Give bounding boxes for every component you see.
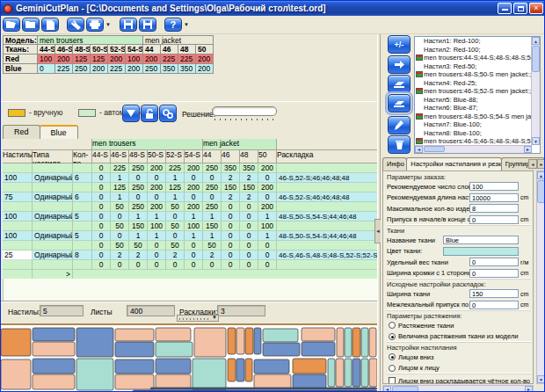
- marker-cell[interactable]: 48-S,50-S,54-S;44;46;48: [277, 212, 378, 221]
- spread-qty-cell[interactable]: 0: [111, 231, 129, 241]
- quantity-cell[interactable]: 125: [91, 54, 108, 64]
- spread-qty-cell[interactable]: 0: [92, 192, 111, 202]
- spread-qty-cell[interactable]: 1: [203, 231, 222, 241]
- fabric-tab-blue[interactable]: Blue: [40, 125, 78, 139]
- field-input[interactable]: 100: [469, 182, 519, 191]
- spread-view-button[interactable]: [388, 75, 411, 93]
- quantity-cell[interactable]: 225: [161, 54, 178, 64]
- spread-qty-cell[interactable]: 1: [166, 192, 185, 202]
- quantity-cell[interactable]: 200: [196, 64, 214, 74]
- move-down-button[interactable]: [122, 105, 140, 122]
- count-cell[interactable]: 6: [73, 173, 92, 183]
- spread-qty-cell[interactable]: 0: [148, 173, 166, 183]
- unlock-button[interactable]: [141, 105, 158, 122]
- print-button[interactable]: [86, 18, 104, 32]
- save-button[interactable]: [120, 18, 137, 32]
- spread-qty-cell[interactable]: 0: [148, 192, 166, 202]
- field-input[interactable]: 150: [469, 289, 519, 298]
- spread-qty-cell[interactable]: 0: [129, 192, 148, 202]
- marker-cell[interactable]: 46-S,52-S;46;46;48;48: [277, 192, 378, 202]
- spread-type-cell[interactable]: Одинарный >: [33, 192, 73, 202]
- spread-qty-cell[interactable]: 0: [129, 173, 148, 183]
- add-remove-button[interactable]: +/-: [388, 35, 411, 54]
- pattern-piece[interactable]: [361, 359, 368, 387]
- spread-qty-cell[interactable]: 1: [148, 231, 166, 241]
- marker-scroll-slider[interactable]: ▼: [177, 315, 219, 322]
- model-name-cell[interactable]: men jacket: [143, 35, 214, 45]
- pattern-piece[interactable]: [302, 342, 335, 356]
- fabric-name-cell[interactable]: Red: [3, 54, 38, 64]
- spread-qty-cell[interactable]: 0: [258, 173, 277, 183]
- checkbox[interactable]: [389, 377, 396, 384]
- scroll-up-icon[interactable]: ▲: [532, 37, 540, 45]
- spread-qty-cell[interactable]: 0: [92, 212, 111, 221]
- spread-qty-cell[interactable]: 0: [258, 250, 277, 260]
- spread-qty-cell[interactable]: 0: [166, 212, 185, 221]
- plies-cell[interactable]: 75: [3, 192, 33, 202]
- spread-qty-cell[interactable]: 1: [148, 212, 166, 221]
- plies-cell[interactable]: 100: [3, 231, 33, 241]
- pattern-piece[interactable]: [352, 359, 360, 387]
- scroll-right-icon[interactable]: ►: [524, 146, 532, 153]
- spread-qty-cell[interactable]: 1: [203, 212, 222, 221]
- spread-qty-cell[interactable]: 1: [129, 231, 148, 241]
- spread-qty-cell[interactable]: 0: [222, 250, 240, 260]
- radio-button[interactable]: [389, 353, 396, 360]
- pattern-piece[interactable]: [345, 328, 352, 357]
- spread-qty-cell[interactable]: 2: [111, 250, 129, 260]
- pattern-piece[interactable]: [33, 342, 75, 356]
- field-input[interactable]: 8: [469, 204, 519, 213]
- spread-list-item[interactable]: Настил1: Red-100;: [415, 37, 531, 46]
- field-input[interactable]: 0: [469, 258, 519, 266]
- quantity-cell[interactable]: 100: [38, 54, 55, 64]
- plies-cell[interactable]: 100: [3, 212, 33, 221]
- pattern-piece[interactable]: [33, 374, 75, 389]
- spread-qty-cell[interactable]: 2: [129, 250, 148, 260]
- quantity-cell[interactable]: 200: [91, 64, 108, 74]
- scroll-right-icon[interactable]: ►: [525, 386, 533, 392]
- delete-button[interactable]: [388, 135, 411, 154]
- pattern-piece[interactable]: [337, 328, 344, 357]
- spread-edit-button[interactable]: [388, 94, 411, 113]
- model-name-cell[interactable]: men trousers: [38, 35, 143, 45]
- settings-tab[interactable]: Инфо: [382, 157, 407, 171]
- spread-qty-cell[interactable]: 2: [203, 250, 222, 260]
- pattern-piece[interactable]: [1, 329, 31, 356]
- pattern-piece[interactable]: [76, 328, 113, 357]
- print-dropdown-icon[interactable]: ▼: [105, 22, 111, 27]
- spread-qty-cell[interactable]: 2: [166, 250, 185, 260]
- fabric-color-swatch[interactable]: [443, 247, 519, 256]
- fabric-tab-red[interactable]: Red: [3, 125, 40, 139]
- list-hscroll-thumb[interactable]: [424, 146, 445, 152]
- pattern-piece[interactable]: [228, 328, 236, 354]
- spread-list-item[interactable]: Настил8: Blue-100;: [415, 129, 531, 138]
- scroll-down-icon[interactable]: ▼: [537, 375, 545, 383]
- settings-tab[interactable]: Настройки настилания и резки: [406, 157, 501, 171]
- spread-qty-cell[interactable]: 0: [240, 231, 258, 241]
- open-button[interactable]: [3, 18, 20, 32]
- spread-qty-cell[interactable]: 0: [203, 192, 222, 202]
- pattern-piece[interactable]: [236, 359, 244, 381]
- scroll-left-icon[interactable]: ◄: [383, 386, 391, 392]
- minimize-button[interactable]: [498, 3, 512, 14]
- quantity-cell[interactable]: 200: [143, 54, 161, 64]
- spread-qty-cell[interactable]: 0: [148, 250, 166, 260]
- fabric-name-cell[interactable]: Blue: [3, 64, 38, 74]
- quantity-cell[interactable]: 350: [161, 64, 178, 74]
- spread-qty-cell[interactable]: 0: [166, 231, 185, 241]
- spread-qty-cell[interactable]: 1: [111, 173, 129, 183]
- marker-cell[interactable]: 46-S,52-S;46;46;48;48: [277, 173, 378, 183]
- pattern-piece[interactable]: [293, 359, 326, 374]
- radio-button[interactable]: [389, 365, 396, 372]
- radio-button[interactable]: [389, 333, 396, 340]
- count-cell[interactable]: 5: [73, 231, 92, 241]
- tab-scroll-right-icon[interactable]: ►: [537, 159, 545, 169]
- pattern-piece[interactable]: [245, 328, 253, 354]
- pattern-piece[interactable]: [361, 328, 368, 357]
- spread-qty-cell[interactable]: 1: [185, 231, 203, 241]
- scroll-up-icon[interactable]: ▲: [537, 171, 545, 179]
- scroll-left-icon[interactable]: ◄: [415, 146, 423, 153]
- spread-qty-cell[interactable]: 0: [92, 231, 111, 241]
- spread-type-cell[interactable]: Одинарный >: [33, 231, 73, 241]
- pattern-piece[interactable]: [156, 342, 193, 357]
